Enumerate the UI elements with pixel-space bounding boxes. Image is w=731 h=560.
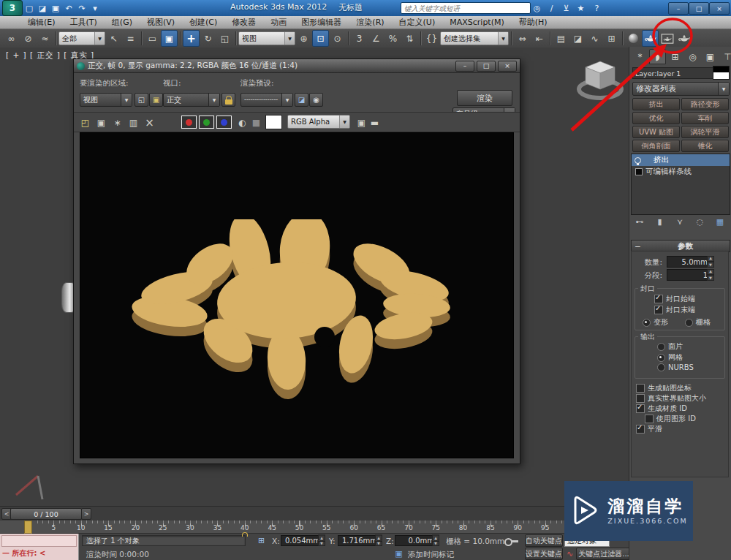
modifier-button-taper[interactable]: 锥化	[681, 140, 729, 152]
segments-field[interactable]: 1	[667, 269, 711, 281]
rendered-image-canvas[interactable]	[80, 132, 514, 458]
menu-animation[interactable]: 动画	[263, 17, 294, 28]
select-and-move-icon[interactable]: +	[183, 30, 200, 47]
select-by-name-icon[interactable]: ≡	[122, 30, 139, 47]
z-spinner[interactable]: ▼▼	[432, 535, 439, 546]
set-key-button[interactable]: 设置关键点	[525, 548, 563, 560]
modifier-button-optimize[interactable]: 优化	[632, 112, 680, 124]
copy-image-icon[interactable]: ▣	[93, 114, 110, 131]
angle-snap-icon[interactable]: ∠	[368, 30, 385, 47]
bind-to-space-warp-icon[interactable]: ≈	[37, 30, 53, 47]
stack-item-extrude[interactable]: 挤出	[632, 154, 730, 166]
nurbs-radio[interactable]: NURBS	[657, 363, 694, 371]
tab-hierarchy[interactable]: ⊞	[667, 49, 683, 64]
segments-spinner[interactable]: ▼▼	[707, 269, 714, 281]
modifier-list-dropdown[interactable]: 修改器列表 ▼	[632, 82, 730, 96]
unlink-selection-icon[interactable]: ⊘	[20, 30, 37, 47]
radio-icon[interactable]	[685, 319, 693, 327]
color-swatch[interactable]	[265, 115, 282, 129]
tab-create[interactable]: *	[632, 49, 648, 64]
align-icon[interactable]: ⇤	[531, 30, 548, 47]
mesh-radio[interactable]: 网格	[657, 352, 683, 363]
key-filters-button[interactable]: 关键点过滤器...	[576, 548, 632, 560]
select-and-rotate-icon[interactable]: ↻	[200, 30, 216, 47]
generate-material-ids-checkbox[interactable]: 生成材质 ID	[636, 404, 687, 414]
menu-group[interactable]: 组(G)	[105, 17, 140, 28]
x-spinner[interactable]: ▼▼	[318, 535, 325, 546]
minimize-button[interactable]: –	[668, 2, 689, 15]
amount-spinner[interactable]: ▼▼	[707, 256, 714, 268]
monochrome-icon[interactable]: ■	[248, 114, 265, 131]
stack-item-editable-spline[interactable]: 可编辑样条线	[632, 166, 730, 178]
menu-modifiers[interactable]: 修改器	[224, 17, 263, 28]
material-editor-icon[interactable]	[625, 30, 642, 47]
mirror-icon[interactable]: ⇔	[514, 30, 531, 47]
time-slider-handle[interactable]: 0 / 100	[10, 508, 82, 520]
favorites-star-icon[interactable]: ★	[575, 2, 587, 14]
render-setup-icon[interactable]	[642, 30, 659, 47]
x-coordinate-field[interactable]: 0.054mm	[281, 535, 323, 546]
smooth-checkbox[interactable]: 平滑	[636, 424, 662, 434]
snap-toggle-3d-icon[interactable]: 3	[351, 30, 368, 47]
select-and-scale-icon[interactable]: ◱	[216, 30, 233, 47]
checkbox-icon[interactable]	[636, 384, 645, 393]
remove-modifier-icon[interactable]: ◌	[694, 216, 706, 227]
cap-start-checkbox[interactable]: 封口始端	[654, 294, 695, 304]
render-setup-shortcut-icon[interactable]: ◪	[295, 93, 308, 107]
window-crossing-toggle-icon[interactable]: ▣	[161, 30, 178, 47]
menu-help[interactable]: 帮助(H)	[512, 17, 555, 28]
new-key-wave-icon[interactable]: ∿	[563, 548, 577, 559]
communication-center-icon[interactable]: ⊻	[560, 2, 572, 14]
select-object-icon[interactable]: ↖	[105, 30, 122, 47]
modifier-button-turbosmooth[interactable]: 涡轮平滑	[681, 126, 729, 138]
rfw-title-bar[interactable]: 正交, 帧 0, 显示 gamma: 2.2, RGBA 颜色 16 位/通道 …	[74, 59, 520, 73]
checkbox-checked-icon[interactable]	[636, 404, 645, 413]
maximize-button[interactable]: □	[689, 2, 709, 15]
maxscript-mini-listener[interactable]: — 所在行: <	[0, 534, 79, 560]
graphite-modeling-tools-icon[interactable]: ◪	[569, 30, 586, 47]
open-file-icon[interactable]: ◪	[36, 1, 49, 15]
menu-edit[interactable]: 编辑(E)	[20, 17, 63, 28]
tab-motion[interactable]: ◎	[684, 49, 701, 64]
tab-display[interactable]: ▣	[702, 49, 719, 64]
curve-editor-icon[interactable]: ∿	[586, 30, 603, 47]
named-selection-sets-dropdown[interactable]: 创建选择集 ▼	[440, 31, 509, 45]
rfw-viewport-dropdown[interactable]: 正交 ▼	[163, 93, 220, 107]
menu-create[interactable]: 创建(C)	[182, 17, 224, 28]
y-spinner[interactable]: ▼▼	[375, 535, 382, 546]
green-channel-icon[interactable]	[199, 116, 214, 129]
channel-display-dropdown[interactable]: RGB Alpha ▼	[287, 115, 350, 129]
schematic-view-icon[interactable]: ⊞	[603, 30, 620, 47]
generate-mapping-coords-checkbox[interactable]: 生成贴图坐标	[636, 383, 692, 393]
use-selection-center-icon[interactable]: ⊡	[312, 30, 329, 47]
checkbox-checked-icon[interactable]	[636, 425, 645, 434]
render-production-icon[interactable]	[675, 30, 692, 47]
use-pivot-point-center-icon[interactable]: ⊕	[295, 30, 312, 47]
edit-named-selection-sets-icon[interactable]: {}	[423, 30, 440, 47]
track-bar-ruler[interactable]: 0510152025303540455055606570758085909510…	[0, 521, 629, 534]
modifier-enable-bulb-icon[interactable]	[635, 157, 641, 164]
pin-stack-icon[interactable]: ⊷	[634, 216, 645, 227]
next-frame-button[interactable]: >	[81, 508, 91, 520]
rfw-maximize-button[interactable]: □	[477, 61, 496, 72]
blue-channel-icon[interactable]	[216, 116, 232, 129]
amount-field[interactable]: 5.0mm	[667, 256, 711, 268]
checkbox-icon[interactable]	[636, 394, 645, 403]
current-frame-marker[interactable]	[24, 521, 32, 534]
menu-maxscript[interactable]: MAXScript(M)	[442, 18, 512, 27]
edit-region-icon[interactable]: ◱	[135, 93, 148, 107]
clear-image-icon[interactable]: ×	[141, 114, 158, 131]
checkbox-checked-icon[interactable]	[654, 295, 663, 303]
modifier-button-bevelprofile[interactable]: 倒角剖面	[632, 140, 680, 152]
selection-filter-dropdown[interactable]: 全部 ▼	[58, 31, 105, 45]
menu-views[interactable]: 视图(V)	[140, 17, 182, 28]
print-image-icon[interactable]: ▥	[125, 114, 142, 131]
use-shape-ids-checkbox[interactable]: 使用图形 ID	[645, 414, 696, 424]
modifier-button-uvwmap[interactable]: UVW 贴图	[632, 126, 680, 138]
new-file-icon[interactable]: ▢	[23, 1, 36, 15]
search-input[interactable]	[401, 2, 531, 14]
save-file-icon[interactable]: ▣	[49, 1, 62, 15]
menu-graph-editors[interactable]: 图形编辑器	[294, 17, 349, 28]
environment-icon[interactable]: ◉	[309, 93, 323, 107]
absolute-mode-gizmo-icon[interactable]: ⊞	[254, 534, 268, 546]
